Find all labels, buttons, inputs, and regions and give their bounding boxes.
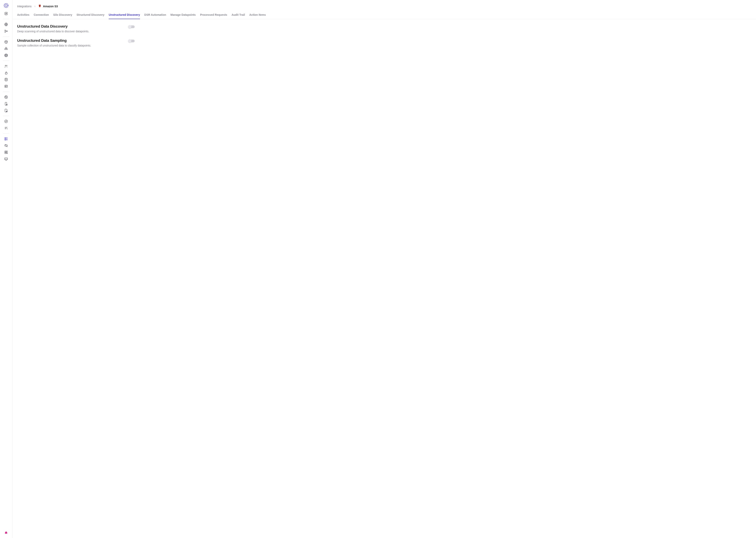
cubes-icon[interactable] <box>4 47 8 51</box>
setting-title: Unstructured Data Discovery <box>17 24 124 28</box>
breadcrumb-current: Amazon S3 <box>38 4 58 8</box>
tab-activities[interactable]: Activities <box>17 11 29 19</box>
svg-point-4 <box>5 30 6 31</box>
toggle-unstructured-discovery[interactable] <box>128 26 135 28</box>
svg-rect-19 <box>5 137 6 138</box>
globe-lines-icon[interactable] <box>4 53 8 57</box>
svg-point-21 <box>7 138 7 138</box>
setting-description: Sample collection of unstructured data t… <box>17 44 124 47</box>
sidebar-separator <box>3 19 9 19</box>
svg-point-22 <box>7 139 7 140</box>
tab-action-items[interactable]: Action Items <box>249 11 266 19</box>
sidebar <box>0 0 12 538</box>
grid-tiles-icon[interactable] <box>4 137 8 141</box>
sidebar-separator <box>3 61 9 61</box>
svg-rect-2 <box>5 12 7 15</box>
tab-dsr-automation[interactable]: DSR Automation <box>144 11 166 19</box>
svg-point-14 <box>5 96 8 99</box>
svg-rect-27 <box>5 158 8 160</box>
chevron-right-icon <box>34 5 36 8</box>
plugin-icon[interactable] <box>4 150 8 154</box>
tab-manage-datapoints[interactable]: Manage Datapoints <box>170 11 196 19</box>
svg-rect-20 <box>5 139 6 140</box>
toggle-unstructured-sampling[interactable] <box>128 40 135 42</box>
setting-unstructured-discovery: Unstructured Data Discovery Deep scannin… <box>17 23 244 37</box>
breadcrumb: Integrations Amazon S3 <box>12 0 756 11</box>
svg-point-29 <box>39 5 41 5</box>
tab-connection[interactable]: Connection <box>34 11 49 19</box>
breadcrumb-root[interactable]: Integrations <box>17 5 31 8</box>
id-card-icon[interactable] <box>4 84 8 88</box>
lightning-icon[interactable] <box>4 12 8 16</box>
phone-search-icon[interactable] <box>4 102 8 106</box>
tab-audit-trail[interactable]: Audit Trail <box>231 11 245 19</box>
user-share-icon[interactable] <box>4 64 8 68</box>
cube-icon[interactable] <box>4 40 8 44</box>
svg-point-13 <box>5 96 7 98</box>
tab-processed-requests[interactable]: Processed Requests <box>200 11 227 19</box>
setting-description: Deep scanning of unstructured data to di… <box>17 30 124 33</box>
svg-rect-24 <box>6 151 8 152</box>
globe-icon[interactable] <box>4 23 8 27</box>
breadcrumb-current-label: Amazon S3 <box>43 5 58 8</box>
car-icon[interactable] <box>4 530 8 534</box>
main-content: Integrations Amazon S3 Activities Connec… <box>12 0 756 538</box>
compass-icon[interactable] <box>4 119 8 123</box>
svg-point-0 <box>5 5 7 7</box>
svg-point-7 <box>5 54 8 57</box>
svg-point-18 <box>5 120 8 123</box>
toggle-knob <box>128 39 131 43</box>
svg-rect-28 <box>6 531 7 532</box>
svg-point-1 <box>4 4 8 8</box>
file-blocked-icon[interactable] <box>4 109 8 113</box>
settings-panel: Unstructured Data Discovery Deep scannin… <box>12 19 249 55</box>
database-icon[interactable] <box>4 78 8 81</box>
svg-point-10 <box>5 78 7 79</box>
toggle-knob <box>128 25 131 28</box>
svg-rect-25 <box>5 152 6 154</box>
sidebar-separator <box>3 36 9 37</box>
svg-rect-23 <box>5 151 6 152</box>
list-filter-icon[interactable] <box>4 126 8 130</box>
eye-off-icon[interactable] <box>4 144 8 147</box>
tabs: Activities Connection Silo Discovery Str… <box>12 11 756 19</box>
share-nodes-icon[interactable] <box>4 29 8 33</box>
search-doc-icon[interactable] <box>4 95 8 99</box>
svg-point-5 <box>5 31 6 32</box>
code-monitor-icon[interactable] <box>4 157 8 161</box>
app-logo[interactable] <box>3 3 9 8</box>
tab-unstructured-discovery[interactable]: Unstructured Discovery <box>109 11 140 19</box>
setting-unstructured-sampling: Unstructured Data Sampling Sample collec… <box>17 37 244 51</box>
thumbs-up-icon[interactable] <box>4 71 8 75</box>
svg-point-9 <box>7 65 7 66</box>
tab-silo-discovery[interactable]: Silo Discovery <box>53 11 72 19</box>
svg-point-8 <box>5 65 6 66</box>
tab-structured-discovery[interactable]: Structured Discovery <box>76 11 105 19</box>
svg-point-6 <box>7 31 8 31</box>
amazon-s3-icon <box>38 4 41 8</box>
svg-rect-15 <box>5 102 7 105</box>
setting-title: Unstructured Data Sampling <box>17 38 124 43</box>
